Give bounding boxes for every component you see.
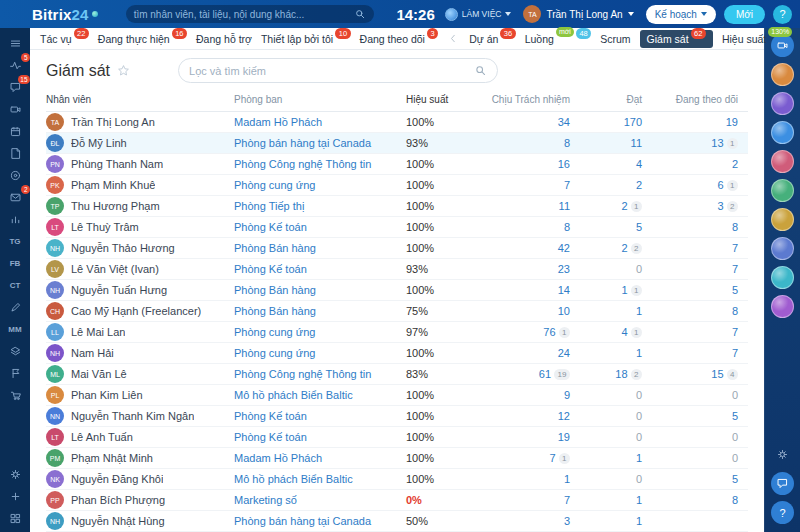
- sidebar-item-menu-icon[interactable]: [4, 33, 26, 53]
- work-status-dropdown[interactable]: LÀM VIỆC: [445, 8, 512, 21]
- follow-count-link[interactable]: 0: [732, 431, 738, 443]
- tab-đang-hỗ-trợ[interactable]: Đang hỗ trợ: [196, 33, 252, 45]
- table-row[interactable]: NHNguyễn Nhật HùngPhòng bán hàng tại Can…: [46, 511, 748, 532]
- resp-count-link[interactable]: 24: [558, 347, 570, 359]
- tab-luồng[interactable]: Luồngmới48: [525, 33, 592, 45]
- resp-count-link[interactable]: 76: [543, 326, 555, 338]
- department-link[interactable]: Phòng bán hàng tại Canada: [234, 515, 371, 527]
- recent-contact-avatar[interactable]: [771, 266, 794, 289]
- tabs-scroll-chevron-icon[interactable]: [447, 32, 460, 45]
- sidebar-item-calendar-icon[interactable]: [4, 121, 26, 141]
- follow-count-link[interactable]: 13: [711, 137, 723, 149]
- table-row[interactable]: MLMai Văn LêPhòng Công nghệ Thông tin83%…: [46, 364, 748, 385]
- resp-count-link[interactable]: 34: [558, 116, 570, 128]
- follow-count-link[interactable]: 8: [732, 494, 738, 506]
- follow-count-link[interactable]: 2: [732, 158, 738, 170]
- tab-thiết-lập-bởi-tôi[interactable]: Thiết lập bởi tôi10: [261, 33, 351, 45]
- sidebar-item-facebook[interactable]: FB: [4, 253, 26, 273]
- table-row[interactable]: PKPhạm Minh KhuêPhòng cung ứng100%7261: [46, 175, 748, 196]
- global-search-input[interactable]: tìm nhân viên, tài liệu, nội dung khác..…: [126, 5, 374, 23]
- department-link[interactable]: Phòng bán hàng tại Canada: [234, 137, 371, 149]
- department-link[interactable]: Phòng Bán hàng: [234, 305, 316, 317]
- table-row[interactable]: TPThu Hương PhạmPhòng Tiếp thị100%112132: [46, 196, 748, 217]
- employee-name[interactable]: Trần Thị Long An: [71, 116, 155, 128]
- department-link[interactable]: Phòng cung ứng: [234, 326, 315, 338]
- employee-name[interactable]: Cao Mỹ Hạnh (Freelancer): [71, 305, 201, 317]
- tab-đang-theo-dõi[interactable]: Đang theo dõi3: [360, 33, 439, 45]
- user-menu[interactable]: TA Trần Thị Long An: [523, 5, 633, 23]
- tab-scrum[interactable]: Scrum: [600, 33, 630, 45]
- resp-count-link[interactable]: 10: [558, 305, 570, 317]
- help-button[interactable]: ?: [773, 5, 792, 24]
- department-link[interactable]: Phòng Bán hàng: [234, 242, 316, 254]
- table-row[interactable]: NKNguyễn Đăng KhôiMô hồ phách Biển Balti…: [46, 469, 748, 490]
- table-row[interactable]: PNPhùng Thanh NamPhòng Công nghệ Thông t…: [46, 154, 748, 175]
- column-header-1[interactable]: Phòng ban: [234, 94, 406, 105]
- sidebar-item-video-calls-icon[interactable]: [4, 99, 26, 119]
- resp-count-link[interactable]: 42: [558, 242, 570, 254]
- resp-count-link[interactable]: 11: [559, 200, 570, 212]
- employee-name[interactable]: Nguyễn Nhật Hùng: [71, 515, 165, 527]
- sidebar-item-messenger-icon[interactable]: 15: [4, 77, 26, 97]
- employee-name[interactable]: Phạm Nhật Minh: [71, 452, 153, 464]
- department-link[interactable]: Mô hồ phách Biển Baltic: [234, 389, 353, 401]
- dat-count-link[interactable]: 2: [621, 200, 627, 212]
- sidebar-item-projects-icon[interactable]: [4, 363, 26, 383]
- follow-count-link[interactable]: 8: [732, 305, 738, 317]
- table-row[interactable]: LLLê Mai LanPhòng cung ứng97%761417: [46, 322, 748, 343]
- resp-count-link[interactable]: 23: [558, 263, 570, 275]
- department-link[interactable]: Phòng Tiếp thị: [234, 200, 304, 212]
- employee-name[interactable]: Nam Hải: [71, 347, 114, 359]
- department-link[interactable]: Marketing số: [234, 494, 297, 506]
- sidebar-item-crm-icon[interactable]: [4, 209, 26, 229]
- table-row[interactable]: PLPhan Kim LiênMô hồ phách Biển Baltic10…: [46, 385, 748, 406]
- follow-count-link[interactable]: 15: [711, 368, 723, 380]
- dat-count-link[interactable]: 170: [624, 116, 642, 128]
- table-row[interactable]: CHCao Mỹ Hạnh (Freelancer)Phòng Bán hàng…: [46, 301, 748, 322]
- table-row[interactable]: NHNam HảiPhòng cung ứng100%2417: [46, 343, 748, 364]
- recent-contact-avatar[interactable]: [771, 150, 794, 173]
- department-link[interactable]: Phòng cung ứng: [234, 179, 315, 191]
- column-header-4[interactable]: Đạt: [570, 94, 642, 105]
- tab-đang-thực-hiện[interactable]: Đang thực hiện16: [98, 33, 187, 45]
- table-row[interactable]: ĐLĐỗ Mỹ LinhPhòng bán hàng tại Canada93%…: [46, 133, 748, 154]
- column-header-0[interactable]: Nhân viên: [46, 94, 234, 105]
- table-row[interactable]: LVLê Văn Việt (Ivan)Phòng Kế toán93%2307: [46, 259, 748, 280]
- follow-count-link[interactable]: 7: [732, 263, 738, 275]
- column-header-5[interactable]: Đang theo dõi: [642, 94, 738, 105]
- follow-count-link[interactable]: 0: [732, 452, 738, 464]
- tab-tác-vụ[interactable]: Tác vụ22: [40, 33, 89, 45]
- tab-hiệu-suất[interactable]: Hiệu suất130%: [722, 33, 792, 45]
- sidebar-item-documents-icon[interactable]: [4, 143, 26, 163]
- employee-name[interactable]: Thu Hương Phạm: [71, 200, 160, 212]
- department-link[interactable]: Phòng Kế toán: [234, 263, 307, 275]
- employee-name[interactable]: Phan Bích Phượng: [71, 494, 165, 506]
- sidebar-item-sign-icon[interactable]: [4, 297, 26, 317]
- department-link[interactable]: Phòng Kế toán: [234, 410, 307, 422]
- department-link[interactable]: Phòng Bán hàng: [234, 284, 316, 296]
- settings-icon[interactable]: [771, 443, 794, 466]
- favorite-star-icon[interactable]: [117, 64, 130, 77]
- employee-name[interactable]: Nguyễn Thảo Hương: [71, 242, 175, 254]
- plan-button[interactable]: Kế hoạch: [646, 5, 716, 24]
- table-row[interactable]: LTLê Thuỳ TrâmPhòng Kế toán100%858: [46, 217, 748, 238]
- sidebar-item-automation-icon[interactable]: [4, 341, 26, 361]
- column-header-2[interactable]: Hiệu suất: [406, 94, 472, 105]
- tab-giám-sát[interactable]: Giám sát62: [640, 30, 713, 48]
- sidebar-item-telegram[interactable]: TG: [4, 231, 26, 251]
- filter-search-input[interactable]: Lọc và tìm kiếm: [178, 58, 498, 83]
- follow-count-link[interactable]: 6: [717, 179, 723, 191]
- employee-name[interactable]: Lê Anh Tuấn: [71, 431, 133, 443]
- department-link[interactable]: Phòng Kế toán: [234, 431, 307, 443]
- chat-icon[interactable]: [771, 472, 794, 495]
- resp-count-link[interactable]: 14: [558, 284, 570, 296]
- recent-contact-avatar[interactable]: [771, 179, 794, 202]
- dat-count-link[interactable]: 18: [615, 368, 627, 380]
- employee-name[interactable]: Phan Kim Liên: [71, 389, 143, 401]
- follow-count-link[interactable]: 0: [732, 389, 738, 401]
- help-icon[interactable]: ?: [771, 501, 794, 524]
- employee-name[interactable]: Mai Văn Lê: [71, 368, 127, 380]
- table-row[interactable]: PMPhạm Nhật MinhMadam Hồ Phách100%7110: [46, 448, 748, 469]
- sidebar-item-marketing[interactable]: MM: [4, 319, 26, 339]
- employee-name[interactable]: Nguyễn Thanh Kim Ngân: [71, 410, 194, 422]
